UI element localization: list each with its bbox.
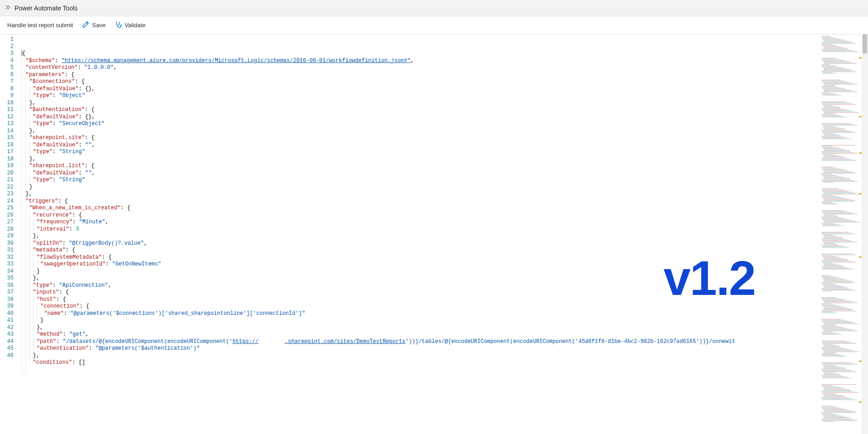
editor-area: 1234567891011121314151617181920212223242… [0, 34, 868, 434]
code-line[interactable]: "type": "ApiConnection", [22, 282, 819, 289]
code-line[interactable]: "conditions": [] [22, 359, 819, 366]
line-number: 5 [0, 64, 14, 72]
code-line[interactable]: } [22, 317, 819, 324]
code-line[interactable]: "splitOn": "@triggerBody()?.value", [22, 240, 819, 247]
line-number: 35 [0, 275, 14, 282]
line-number: 14 [0, 128, 14, 135]
code-line[interactable]: { [22, 50, 819, 58]
line-number: 33 [0, 261, 14, 268]
validate-button-label: Validate [125, 22, 145, 29]
save-button[interactable]: Save [82, 21, 106, 29]
code-line[interactable]: "interval": 3 [22, 226, 819, 233]
code-line[interactable]: } [22, 184, 819, 191]
toolbar: Handle test report submit Save Validate [0, 16, 868, 34]
line-number: 11 [0, 106, 14, 114]
code-line[interactable]: "name": "@parameters('$connections')['sh… [22, 310, 819, 318]
line-number: 4 [0, 58, 14, 65]
code-line[interactable]: "defaultValue": {}, [22, 114, 819, 121]
line-number: 18 [0, 156, 14, 163]
line-number: 43 [0, 331, 14, 338]
line-number: 20 [0, 170, 14, 177]
code-line[interactable]: "type": "SecureObject" [22, 121, 819, 128]
line-number: 7 [0, 78, 14, 86]
scrollbar-thumb[interactable] [863, 34, 867, 53]
code-line[interactable]: "authentication": "@parameters('$authent… [22, 345, 819, 352]
code-line[interactable]: }, [22, 191, 819, 198]
line-number: 17 [0, 149, 14, 156]
code-line[interactable]: }, [22, 100, 819, 107]
validate-button[interactable]: Validate [115, 21, 145, 29]
line-number: 23 [0, 191, 14, 198]
code-line[interactable]: "metadata": { [22, 247, 819, 254]
code-line[interactable]: "When_a_new_item_is_created": { [22, 205, 819, 212]
code-line[interactable] [22, 366, 819, 374]
code-line[interactable]: "parameters": { [22, 72, 819, 79]
line-number: 25 [0, 205, 14, 212]
code-line[interactable]: "contentVersion": "1.0.0.0", [22, 64, 819, 72]
code-line[interactable]: "sharepoint.list": { [22, 163, 819, 170]
code-line[interactable]: "recurrence": { [22, 212, 819, 219]
code-line[interactable]: "frequency": "Minute", [22, 219, 819, 226]
titlebar: Power Automate Tools [0, 0, 868, 16]
line-number: 34 [0, 268, 14, 275]
save-button-label: Save [92, 22, 106, 29]
code-line[interactable]: "host": { [22, 296, 819, 304]
code-line[interactable]: "type": "String" [22, 177, 819, 184]
line-number: 6 [0, 72, 14, 79]
line-number: 28 [0, 226, 14, 233]
app-icon [5, 4, 11, 12]
line-number: 10 [0, 100, 14, 107]
code-line[interactable]: } [22, 268, 819, 275]
line-number: 9 [0, 92, 14, 100]
code-line[interactable]: "$schema": "https://schema.management.az… [22, 58, 819, 65]
code-line[interactable]: "type": "String" [22, 149, 819, 156]
line-number: 31 [0, 247, 14, 254]
code-line[interactable]: "flowSystemMetadata": { [22, 254, 819, 261]
code-line[interactable]: "defaultValue": "", [22, 142, 819, 149]
code-line[interactable]: }, [22, 233, 819, 240]
line-number: 30 [0, 240, 14, 247]
line-number: 8 [0, 86, 14, 93]
line-number: 29 [0, 233, 14, 240]
code-line[interactable]: "inputs": { [22, 289, 819, 296]
vertical-scrollbar[interactable] [862, 34, 868, 434]
code-line[interactable]: }, [22, 156, 819, 163]
line-number: 45 [0, 345, 14, 352]
line-number: 19 [0, 163, 14, 170]
flow-name-label: Handle test report submit [7, 22, 73, 29]
line-number: 15 [0, 135, 14, 142]
code-line[interactable]: "$connections": { [22, 78, 819, 86]
code-editor[interactable]: { "$schema": "https://schema.management.… [20, 34, 819, 434]
line-number: 21 [0, 177, 14, 184]
code-line[interactable]: "swaggerOperationId": "GetOnNewItems" [22, 261, 819, 268]
line-number: 1 [0, 36, 14, 43]
line-number: 16 [0, 142, 14, 149]
code-line[interactable]: "sharepoint.site": { [22, 135, 819, 142]
code-line[interactable]: "connection": { [22, 303, 819, 310]
code-line[interactable]: "defaultValue": "", [22, 170, 819, 177]
line-number: 37 [0, 289, 14, 296]
code-line[interactable]: }, [22, 324, 819, 332]
minimap[interactable] [819, 34, 862, 434]
line-number: 44 [0, 338, 14, 346]
line-number: 40 [0, 310, 14, 318]
code-line[interactable]: }, [22, 352, 819, 360]
line-number: 12 [0, 114, 14, 121]
line-number: 22 [0, 184, 14, 191]
line-number: 32 [0, 254, 14, 261]
code-line[interactable]: "method": "get", [22, 331, 819, 338]
code-line[interactable]: }, [22, 275, 819, 282]
code-line[interactable]: "triggers": { [22, 198, 819, 205]
code-line[interactable]: }, [22, 128, 819, 135]
line-number: 38 [0, 296, 14, 304]
line-number-gutter: 1234567891011121314151617181920212223242… [0, 34, 20, 434]
code-line[interactable]: "defaultValue": {}, [22, 86, 819, 93]
line-number: 39 [0, 303, 14, 310]
line-number: 41 [0, 317, 14, 324]
line-number: 2 [0, 43, 14, 51]
code-line[interactable]: "type": "Object" [22, 92, 819, 100]
code-line[interactable]: "$authentication": { [22, 106, 819, 114]
pencil-icon [82, 21, 89, 29]
code-line[interactable]: "path": "/datasets/@{encodeURIComponent(… [22, 338, 819, 346]
line-number: 24 [0, 198, 14, 205]
